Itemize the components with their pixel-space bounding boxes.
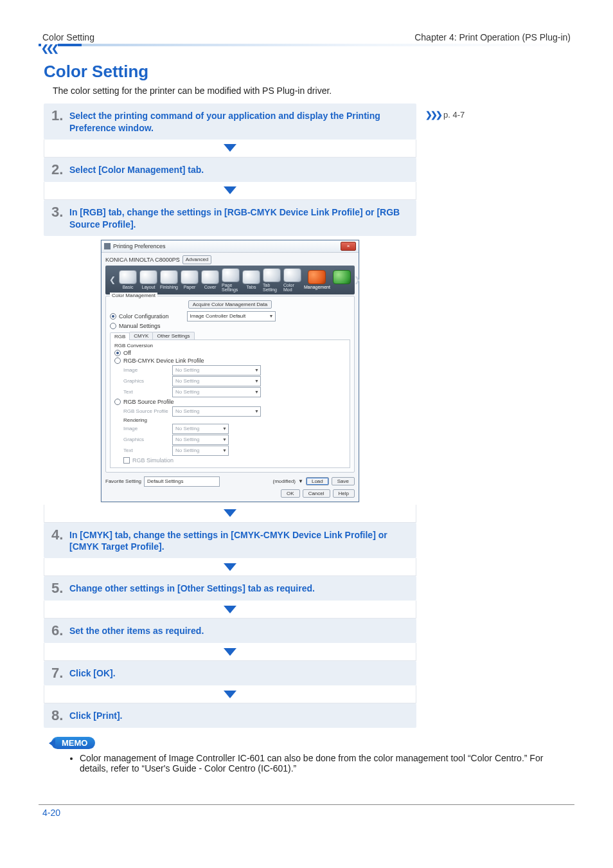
ok-button[interactable]: OK: [281, 489, 300, 498]
down-arrow-icon: [224, 186, 236, 194]
dlp-text-select[interactable]: No Setting▼: [172, 387, 261, 397]
tab-setting-icon: [263, 268, 281, 282]
color-management-group: Color Management Acquire Color Managemen…: [105, 296, 355, 473]
rail-scroll-right-icon[interactable]: ❯: [353, 275, 362, 284]
dlp-image-label: Image: [123, 367, 168, 373]
page-number: 4-20: [42, 808, 574, 818]
close-button[interactable]: ×: [341, 242, 356, 251]
cancel-button[interactable]: Cancel: [303, 489, 330, 498]
step-separator: [44, 182, 416, 200]
rgb-simulation-checkbox[interactable]: [123, 457, 130, 464]
favorite-setting-select[interactable]: Default Settings: [144, 476, 220, 487]
tab-finishing[interactable]: Finishing: [159, 270, 179, 289]
step-text: Select [Color Management] tab.: [69, 163, 409, 176]
rend-graphics-select[interactable]: No Setting▼: [172, 435, 229, 445]
tab-page-settings[interactable]: Page Settings: [221, 268, 240, 292]
tab-cover[interactable]: Cover: [200, 270, 220, 289]
step-number: 3.: [51, 205, 69, 219]
memo-badge: MEMO: [51, 737, 95, 749]
color-management-icon: [308, 270, 326, 284]
down-arrow-icon: [224, 144, 236, 152]
tab-basic[interactable]: Basic: [118, 270, 138, 289]
down-arrow-icon: [224, 509, 236, 517]
step-text: Select the printing command of your appl…: [69, 109, 409, 134]
rail-scroll-left-icon[interactable]: ❮: [108, 275, 117, 284]
manual-settings-radio[interactable]: [110, 323, 116, 329]
rgb-src-radio[interactable]: [114, 399, 121, 405]
color-mod-icon: [283, 268, 301, 282]
step-5: 5. Change other settings in [Other Setti…: [44, 576, 416, 601]
page-settings-icon: [222, 268, 240, 282]
src-profile-select[interactable]: No Setting▼: [172, 406, 261, 417]
step-separator: [44, 505, 416, 523]
intro-text: The color setting for the printer can be…: [53, 86, 574, 96]
step-text: In [RGB] tab, change the settings in [RG…: [69, 205, 409, 231]
chevron-down-icon: ▼: [298, 478, 303, 484]
next-tab-icon: [333, 270, 351, 284]
down-arrow-icon: [224, 606, 236, 613]
step-8: 8. Click [Print].: [44, 703, 416, 728]
favorite-save-button[interactable]: Save: [332, 477, 355, 485]
step-number: 5.: [51, 581, 69, 595]
down-arrow-icon: [224, 563, 236, 571]
step-number: 7.: [51, 666, 69, 680]
rgb-off-radio[interactable]: [114, 350, 121, 356]
step-text: Set the other items as required.: [69, 624, 409, 637]
help-button[interactable]: Help: [333, 489, 355, 498]
subtab-rgb[interactable]: RGB: [110, 332, 130, 340]
rend-image-select[interactable]: No Setting▼: [172, 424, 229, 434]
group-legend: Color Management: [110, 293, 157, 298]
rend-graphics-label: Graphics: [123, 437, 168, 442]
tab-color-management[interactable]: Management: [303, 270, 331, 289]
color-configuration-radio[interactable]: [110, 313, 116, 320]
memo-item: Color management of Image Controller IC-…: [80, 753, 555, 773]
rgb-src-label: RGB Source Profile: [123, 399, 174, 405]
tab-tabs[interactable]: Tabs: [242, 270, 261, 289]
rend-text-label: Text: [123, 448, 168, 453]
subtab-other[interactable]: Other Settings: [152, 332, 194, 339]
step-separator: [44, 643, 416, 661]
reference-arrows-icon: ❯❯❯: [425, 110, 441, 120]
color-configuration-select[interactable]: Image Controller Default▼: [187, 311, 276, 321]
step-7: 7. Click [OK].: [44, 661, 416, 685]
src-profile-label: RGB Source Profile: [123, 408, 168, 414]
step-text: Click [Print].: [69, 709, 409, 722]
dlp-image-select[interactable]: No Setting▼: [172, 365, 261, 375]
paper-icon: [181, 270, 199, 284]
favorite-setting-label: Favorite Setting: [105, 478, 141, 484]
header-rule: ❮❮❮: [39, 44, 574, 50]
tab-next[interactable]: [332, 270, 351, 289]
tab-rail: ❮ Basic Layout Finishing Paper Cover Pag…: [105, 266, 355, 294]
rend-text-select[interactable]: No Setting▼: [172, 446, 229, 456]
step-3: 3. In [RGB] tab, change the settings in …: [44, 200, 416, 236]
rendering-label: Rendering: [123, 417, 168, 423]
dlp-graphics-select[interactable]: No Setting▼: [172, 376, 261, 386]
rgb-dlp-radio[interactable]: [114, 357, 121, 364]
step-2: 2. Select [Color Management] tab.: [44, 158, 416, 182]
tabs-icon: [242, 270, 260, 284]
step-4: 4. In [CMYK] tab, change the settings in…: [44, 523, 416, 559]
advanced-button[interactable]: Advanced: [182, 255, 212, 264]
acquire-color-data-button[interactable]: Acquire Color Management Data: [188, 300, 272, 309]
rgb-panel: RGB Conversion Off RGB-CMYK Device Link …: [110, 340, 350, 468]
down-arrow-icon: [224, 691, 236, 698]
rgb-conversion-legend: RGB Conversion: [114, 343, 346, 348]
memo-list: Color management of Image Controller IC-…: [80, 753, 555, 773]
tab-tab-setting[interactable]: Tab Setting: [262, 268, 281, 292]
rgb-dlp-label: RGB-CMYK Device Link Profile: [123, 357, 204, 364]
manual-settings-label: Manual Settings: [119, 323, 161, 329]
favorite-load-button[interactable]: Load: [306, 477, 329, 485]
chevron-down-icon: ▼: [269, 314, 274, 318]
rend-image-label: Image: [123, 426, 168, 431]
step-number: 4.: [51, 528, 69, 542]
printer-model-label: KONICA MINOLTA C8000PS: [105, 257, 180, 263]
step-number: 1.: [51, 109, 69, 123]
tab-paper[interactable]: Paper: [180, 270, 199, 289]
cross-reference-link[interactable]: ❯❯❯ p. 4-7: [425, 104, 465, 120]
footer-rule: [39, 804, 574, 805]
page-title: Color Setting: [44, 62, 574, 82]
tab-layout[interactable]: Layout: [139, 270, 158, 289]
subtab-cmyk[interactable]: CMYK: [129, 332, 153, 339]
tab-color-mod[interactable]: Color Mod: [283, 268, 302, 292]
color-configuration-label: Color Configuration: [119, 313, 169, 320]
